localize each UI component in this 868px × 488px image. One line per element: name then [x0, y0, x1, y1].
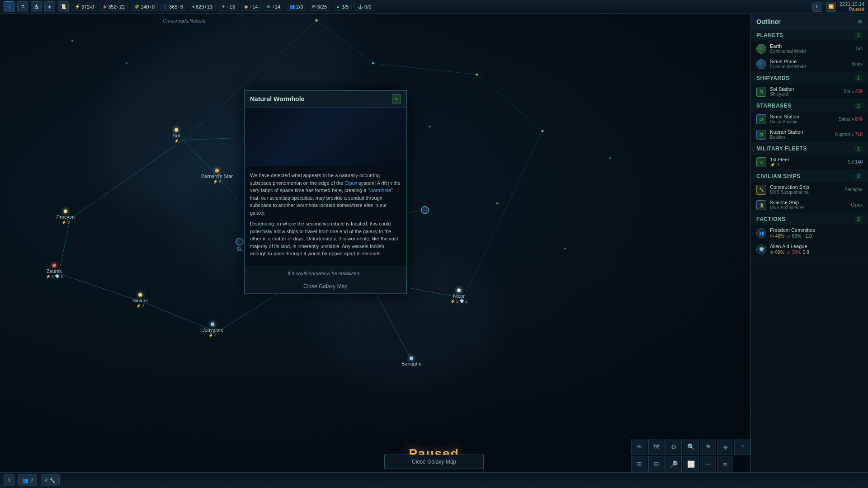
map-btn-13[interactable]: ≣	[717, 456, 733, 472]
nupran-station-info: Nupran Station Bastion	[770, 129, 832, 140]
map-btn-11[interactable]: ⬜	[683, 456, 699, 472]
earth-name: Earth	[770, 43, 853, 49]
speed-1-btn[interactable]: 1	[4, 474, 14, 486]
map-btn-10[interactable]: 🔎	[665, 456, 682, 472]
fleet-1st-loc: Sol	[848, 160, 854, 164]
fast-forward-btn[interactable]: ⏩	[826, 2, 836, 12]
svg-point-29	[421, 206, 429, 214]
starbase-item-sirius[interactable]: ⊡ Sirius Station Sirius Bastion Sirius ⚔…	[751, 112, 868, 127]
amenities-resource[interactable]: ⊕ +14	[264, 3, 283, 11]
close-galaxy-map-btn[interactable]: Close Galaxy Map	[384, 455, 484, 469]
stability-resource[interactable]: ▲ 3/5	[333, 3, 352, 11]
map-btn-3[interactable]: ⚙	[665, 439, 682, 455]
star-icon: ⚡	[450, 299, 455, 304]
research-icon-btn[interactable]: ⚗	[17, 1, 28, 12]
wormhole-link[interactable]: wormhole	[369, 188, 391, 193]
pause-date-area: ⏸ ⏩ 2221.10.14 Paused	[812, 1, 864, 12]
outliner-panel: Outliner ⚙ Planets 2 Earth Continental W…	[750, 14, 868, 488]
military-section-header[interactable]: Military Fleets 1	[751, 143, 868, 155]
star-banagho[interactable]: Banagho	[401, 357, 421, 366]
dialog-image	[245, 108, 406, 166]
speed-3-btn[interactable]: 4 🔧	[41, 474, 60, 486]
ship-science[interactable]: 🔬 Science Ship UNS Archimedes Cipux	[751, 197, 868, 213]
food-resource[interactable]: 🌾 140+0	[131, 3, 158, 11]
civilian-section-header[interactable]: Civilian Ships 2	[751, 170, 868, 182]
outliner-settings-icon[interactable]: ⚙	[858, 19, 863, 25]
map-btn-4[interactable]: 🔍	[683, 439, 699, 455]
map-btn-7[interactable]: ≡	[734, 439, 750, 455]
map-btn-6[interactable]: ◈	[717, 439, 733, 455]
star-icons: ⚡	[174, 139, 179, 143]
starbase-item-nupran[interactable]: ⊡ Nupran Station Bastion Nupran ⚔718	[751, 127, 868, 142]
energy-resource[interactable]: ⚡ 372-0	[71, 3, 97, 11]
starbases-section-header[interactable]: Starbases 2	[751, 100, 868, 112]
faction-freedom[interactable]: 👥 Freedom Committee ⚙ 40% ☺ 65% +1.0	[751, 225, 868, 241]
map-btn-1[interactable]: 👁	[631, 439, 647, 455]
star-uzayglore[interactable]: Uzayglore⚡4	[201, 323, 224, 338]
speed-2-btn[interactable]: 👥 2	[18, 474, 37, 486]
fleet-1st-sub: ⚡ 3	[770, 162, 844, 167]
wormhole-dialog[interactable]: Natural Wormhole × We have detected what…	[244, 90, 407, 294]
unity-resource[interactable]: ✦ +13	[218, 3, 238, 11]
freedom-faction-info: Freedom Committee ⚙ 40% ☺ 65% +1.0	[770, 227, 863, 239]
policies-icon-btn[interactable]: 📜	[58, 1, 69, 12]
shipyards-section-header[interactable]: Shipyards 1	[751, 72, 868, 84]
map-btn-12[interactable]: ↔	[700, 456, 716, 472]
districts-resource[interactable]: ⊞ 3/25	[309, 3, 330, 11]
ship-construction[interactable]: 🔧 Construction Ship UNS Susquehanna Bana…	[751, 182, 868, 197]
minerals-resource[interactable]: ◆ 352+22	[100, 3, 128, 11]
svg-point-20	[476, 74, 478, 76]
star-procyon[interactable]: Procyon⚡3	[57, 210, 75, 225]
shipyard-item-sol[interactable]: ⊞ Sol Station Shipyard Sol ⚔459	[751, 84, 868, 99]
planet-item-sirius[interactable]: Sirius Prime Continental World Sirius	[751, 56, 868, 72]
pop-growth-resource[interactable]: 👥 2/3	[286, 3, 306, 11]
naval-resource[interactable]: ⚓ 0/0	[354, 3, 374, 11]
star-number: 2	[456, 299, 458, 304]
starbases-label: Starbases	[756, 103, 792, 109]
pop-growth-value: 2/3	[296, 4, 303, 9]
freedom-approval: ⚙ 40%	[770, 234, 784, 239]
star-icon: ⚡	[61, 220, 66, 225]
star-binami[interactable]: Binami⚡2	[132, 293, 148, 308]
alloys-resource[interactable]: ⬡ 365+3	[160, 3, 186, 11]
pause-btn[interactable]: ⏸	[812, 2, 822, 12]
sol-station-location: Sol	[844, 89, 850, 94]
sirius-station-info: Sirius Station Sirius Bastion	[770, 114, 835, 124]
map-btn-9[interactable]: ⊟	[648, 456, 665, 472]
tech-icon-btn[interactable]: 🔬	[31, 1, 42, 12]
fleet-item-1st[interactable]: ⚔ 1st Fleet ⚡ 3 Sol 140	[751, 155, 868, 170]
outliner-title: Outliner	[756, 18, 781, 25]
svg-point-19	[372, 62, 374, 65]
consumer-goods-resource[interactable]: ♦ 629+13	[189, 3, 216, 11]
star-zaurak[interactable]: Zaurak⚡5💎3	[46, 264, 63, 279]
star-dot	[457, 289, 461, 292]
app-icon-btn[interactable]: ☆	[4, 1, 14, 12]
svg-line-15	[477, 75, 542, 131]
faction-alien-aid[interactable]: 🌍 Alien Aid League ⚙ 60% ☺ 30% 0.0	[751, 241, 868, 258]
star-icon: ⚡	[208, 333, 213, 338]
earth-location: Sol	[856, 46, 863, 51]
traditions-icon-btn[interactable]: ◈	[44, 1, 55, 12]
star-barnard's-star[interactable]: Barnard's Star⚡6	[201, 169, 233, 184]
consumer-goods-value: 629+13	[196, 4, 212, 9]
planets-count: 2	[854, 32, 863, 38]
dialog-close-btn[interactable]: ×	[392, 94, 401, 103]
factions-section-header[interactable]: Factions 2	[751, 213, 868, 225]
speed-1-icon: 1	[8, 478, 10, 483]
cipux-link[interactable]: Cipux	[344, 180, 357, 186]
star-nicor[interactable]: Nicor⚡2💎2	[450, 289, 467, 304]
map-btn-2[interactable]: 🗺	[648, 439, 665, 455]
sirius-station-stat: Sirius ⚔878	[839, 117, 863, 122]
planets-section-header[interactable]: Planets 2	[751, 29, 868, 41]
star-label: Procyon	[57, 214, 75, 220]
fleet-1st-name: 1st Fleet	[770, 157, 844, 162]
bottom-right-buttons: 👁 🗺 ⚙ 🔍 ⚑ ◈ ≡ ⊞ ⊟ 🔎 ⬜ ↔ ≣	[631, 439, 750, 472]
star-label: Barnard's Star	[201, 174, 233, 179]
map-btn-5[interactable]: ⚑	[700, 439, 716, 455]
star-sol[interactable]: Sol⚡	[173, 128, 180, 143]
close-map-btn[interactable]: Close Galaxy Map	[245, 280, 406, 294]
svg-point-23	[126, 62, 127, 64]
influence-resource[interactable]: ◉ +14	[241, 3, 261, 11]
map-btn-8[interactable]: ⊞	[631, 456, 647, 472]
planet-item-earth[interactable]: Earth Continental World Sol	[751, 41, 868, 56]
